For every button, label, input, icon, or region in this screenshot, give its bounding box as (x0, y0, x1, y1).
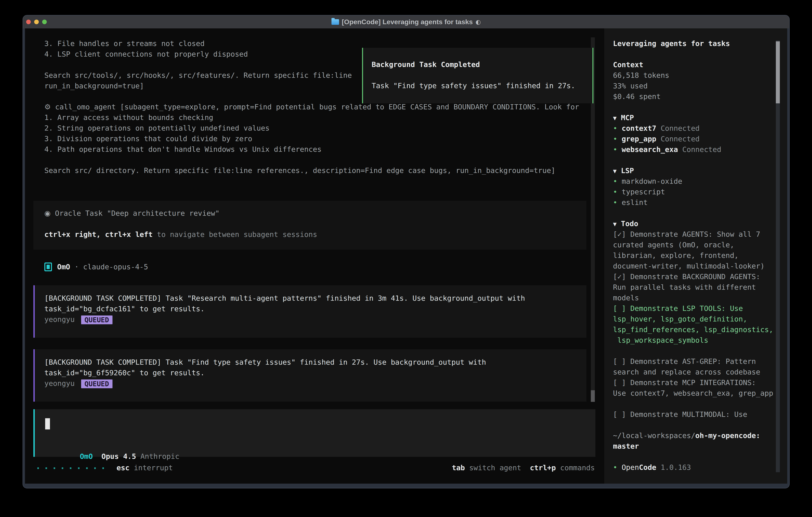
status-badge: QUEUED (81, 379, 113, 388)
tool-call-line: Search src/ directory. Return specific f… (45, 165, 579, 176)
todo-line-active: lsp_hover, lsp_goto_definition, (613, 314, 787, 324)
context-used: 33% used (613, 81, 787, 91)
lsp-section-header[interactable]: ▼ LSP (613, 165, 787, 176)
background-task-notification: Background Task Completed Task "Find typ… (362, 48, 593, 103)
window-title: [OpenCode] Leveraging agents for tasks (342, 18, 473, 26)
log-line: 3. File handles or streams not closed (45, 38, 352, 49)
oracle-title: ◉ Oracle Task "Deep architecture review" (45, 208, 586, 219)
task-card: [BACKGROUND TASK COMPLETED] Task "Resear… (33, 285, 586, 338)
task-line: [BACKGROUND TASK COMPLETED] Task "Resear… (45, 293, 586, 303)
main-scrollbar-thumb[interactable] (591, 390, 595, 402)
tool-call-block: ⚙ call_omo_agent [subagent_type=explore,… (45, 102, 579, 176)
context-spent: $0.46 spent (613, 91, 787, 102)
todo-line: curated agents (OmO, oracle, (613, 240, 787, 250)
oracle-hint-text: to navigate between subagent sessions (153, 230, 317, 239)
sidebar-scrollbar-thumb[interactable] (776, 42, 780, 103)
notification-spacer (372, 70, 592, 80)
titlebar[interactable]: [OpenCode] Leveraging agents for tasks ◐ (23, 16, 789, 28)
log-spacer (45, 59, 352, 70)
status-dot-icon: • (613, 198, 617, 207)
transcript-log: 3. File handles or streams not closed 4.… (45, 38, 352, 91)
log-line: Search src/tools/, src/hooks/, src/featu… (45, 70, 352, 81)
oracle-hint-keys: ctrl+x right, ctrl+x left (45, 230, 153, 239)
status-right: tab switch agent ctrl+p commands (452, 462, 595, 473)
gear-icon: ⚙ (45, 103, 51, 111)
traffic-lights (23, 16, 47, 28)
status-dot-icon: • (613, 188, 617, 196)
text-cursor (45, 418, 50, 430)
app-version: • OpenCode 1.0.163 (613, 462, 787, 472)
task-meta: yeongyuQUEUED (45, 378, 586, 389)
minimize-button[interactable] (34, 20, 39, 24)
log-line: 4. LSP client connections not properly d… (45, 49, 352, 59)
context-heading: Context (613, 59, 787, 70)
mcp-item: • context7 Connected (613, 123, 787, 134)
half-circle-icon: ◐ (475, 19, 481, 25)
collapse-triangle-icon: ▼ (613, 114, 617, 121)
ctrlp-label: commands (556, 464, 595, 472)
status-left: ·········esc interrupt (35, 462, 173, 473)
terminal-window: [OpenCode] Leveraging agents for tasks ◐… (23, 15, 790, 488)
status-dot-icon: • (613, 124, 617, 132)
input-provider-name: Anthropic (141, 452, 179, 460)
lsp-item: • typescript (613, 187, 787, 197)
status-dot-icon: • (613, 135, 617, 143)
todo-line-active: lsp_find_references, lsp_diagnostics, (613, 324, 787, 335)
todo-section-header[interactable]: ▼ Todo (613, 218, 787, 229)
ctrlp-key: ctrl+p (521, 464, 556, 472)
oracle-task-block: ◉ Oracle Task "Deep architecture review"… (33, 201, 586, 250)
todo-line: librarian, explore, frontend, (613, 250, 787, 261)
log-line: run_in_background=true] (45, 81, 352, 91)
todo-line: Use context7, websearch_exa, grep_app (613, 388, 787, 399)
collapse-triangle-icon: ▼ (613, 220, 617, 227)
close-button[interactable] (26, 20, 31, 24)
input-model-name: Opus 4.5 (93, 452, 140, 460)
todo-line: document-writer, multimodal-looker) (613, 261, 787, 271)
tool-call-item: 1. Array access without bounds checking (45, 112, 579, 123)
esc-key: esc (116, 464, 129, 472)
prompt-input[interactable]: OmO Opus 4.5 Anthropic (33, 409, 596, 457)
tab-key: tab (452, 464, 465, 472)
agent-separator: · (70, 263, 83, 271)
mcp-item: • websearch_exa Connected (613, 144, 787, 155)
todo-line: [✓] Demonstrate BACKGROUND AGENTS: (613, 271, 787, 282)
fisheye-icon: ◉ (45, 209, 51, 217)
lsp-item: • markdown-oxide (613, 176, 787, 187)
spinner-dots: ········· (35, 463, 109, 473)
collapse-triangle-icon: ▼ (613, 167, 617, 174)
maximize-button[interactable] (42, 20, 47, 24)
task-line: [BACKGROUND TASK COMPLETED] Task "Find t… (45, 357, 586, 368)
status-badge: QUEUED (81, 316, 113, 324)
lsp-item: • eslint (613, 197, 787, 208)
task-line: task_id="bg_dcfac161" to get results. (45, 303, 586, 314)
agent-header: OmO · claude-opus-4-5 (45, 262, 148, 272)
todo-line: models (613, 293, 787, 303)
todo-line: [ ] Demonstrate MULTIMODAL: Use (613, 409, 787, 419)
esc-label: interrupt (129, 464, 173, 472)
agent-name: OmO (57, 263, 70, 271)
oracle-spacer (45, 219, 586, 229)
todo-line: [ ] Demonstrate MCP INTEGRATIONS: (613, 377, 787, 388)
notification-title: Background Task Completed (372, 59, 592, 70)
mcp-section-header[interactable]: ▼ MCP (613, 112, 787, 123)
task-line: task_id="bg_6f59260c" to get results. (45, 368, 586, 378)
tool-call-item: 3. Division operations that could divide… (45, 133, 579, 144)
todo-line: [ ] Demonstrate AST-GREP: Pattern (613, 356, 787, 366)
workspace-branch: master (613, 441, 787, 452)
window-title-area: [OpenCode] Leveraging agents for tasks ◐ (23, 18, 789, 26)
model-row: OmO Opus 4.5 Anthropic (45, 440, 179, 451)
input-agent-name: OmO (80, 452, 93, 460)
todo-line: Run parallel tasks with different (613, 282, 787, 293)
agent-icon (45, 263, 52, 271)
folder-icon (331, 19, 339, 25)
sidebar-scrollbar-track[interactable] (776, 40, 780, 472)
mcp-item: • grep_app Connected (613, 134, 787, 144)
status-dot-icon: • (613, 145, 617, 154)
task-user: yeongyu (45, 315, 75, 324)
workspace-path: ~/local-workspaces/oh-my-opencode: (613, 430, 787, 441)
task-user: yeongyu (45, 379, 75, 387)
tool-call-spacer (45, 155, 579, 165)
tool-call-item: 2. String operations on potentially unde… (45, 123, 579, 133)
status-dot-icon: • (613, 463, 617, 471)
context-tokens: 66,518 tokens (613, 70, 787, 81)
